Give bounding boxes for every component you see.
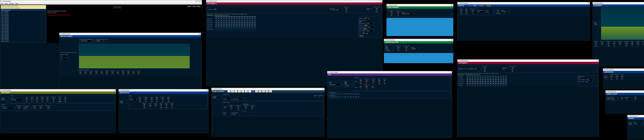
- seq-step[interactable]: -24: [494, 77, 497, 79]
- on-select[interactable]: ON: [60, 58, 68, 60]
- seq-step[interactable]: 24: [479, 75, 481, 77]
- seq-step[interactable]: 24: [502, 75, 504, 77]
- assign-tab[interactable]: 3: [234, 90, 237, 92]
- seq-step[interactable]: 100: [246, 22, 248, 23]
- seq-step[interactable]: 100: [487, 79, 489, 81]
- close-btn[interactable]: ✕: [198, 33, 200, 35]
- dly2lvl-knob[interactable]: [154, 104, 157, 107]
- seq-step[interactable]: 24: [484, 75, 486, 77]
- seq-step[interactable]: -100: [484, 81, 486, 82]
- seq-step[interactable]: 0: [471, 84, 474, 86]
- seq-step[interactable]: -100: [502, 81, 504, 82]
- seq-step[interactable]: 0: [238, 27, 240, 29]
- seq-step[interactable]: [230, 29, 233, 30]
- np-sw[interactable]: ON: [607, 98, 610, 100]
- seq-step[interactable]: 24: [225, 18, 228, 20]
- chain-led[interactable]: [58, 15, 59, 16]
- sp-type-select[interactable]: ORIGINAL: [2, 107, 15, 109]
- seq-step[interactable]: 0: [497, 84, 499, 86]
- seq-step[interactable]: -100: [215, 23, 217, 25]
- seq-step[interactable]: 24: [500, 75, 502, 77]
- eq2-knob[interactable]: [643, 42, 644, 45]
- detect-select[interactable]: NORMAL INPUT: [402, 13, 414, 15]
- seq-step[interactable]: [218, 29, 220, 30]
- inst-type-select[interactable]: DYNAMIC SYNTH: [330, 9, 342, 11]
- phase-select[interactable]: NORMAL: [96, 40, 103, 42]
- signal-chain-btn[interactable]: [55, 10, 56, 12]
- menu-tools[interactable]: Tools: [4, 3, 8, 4]
- elvl-knob[interactable]: [170, 104, 173, 107]
- reverb-toggle[interactable]: ON: [629, 123, 632, 125]
- tree-item[interactable]: U06-3 Init patch: [1, 42, 46, 43]
- seq-step[interactable]: -100: [251, 23, 253, 25]
- close-btn[interactable]: ✕: [451, 39, 453, 41]
- eq2-knob[interactable]: [618, 42, 621, 45]
- delay-type-select[interactable]: DUAL-P: [129, 99, 137, 101]
- seq-step[interactable]: -24: [497, 77, 499, 79]
- seq-step[interactable]: 100: [505, 83, 507, 84]
- seq-step[interactable]: 24: [236, 18, 238, 20]
- sr-mode[interactable]: NORMAL: [386, 49, 393, 51]
- normix-knob[interactable]: [375, 8, 378, 11]
- sr-sw[interactable]: OFF: [386, 47, 388, 49]
- seq-step[interactable]: 100: [502, 83, 504, 84]
- seq-step[interactable]: 100: [236, 25, 238, 27]
- link-select[interactable]: ON: [60, 55, 68, 57]
- seq-step[interactable]: 100: [497, 79, 499, 81]
- v1-voice-knob[interactable]: [359, 80, 362, 83]
- attack-knob[interactable]: [616, 75, 618, 78]
- mainout-titlebar[interactable]: SY-1000FloorBoard ✕: [60, 33, 201, 35]
- seq-step[interactable]: -100: [476, 81, 479, 82]
- seq-step[interactable]: -100: [466, 81, 468, 82]
- seq-step[interactable]: 24: [476, 75, 479, 77]
- seq-step[interactable]: 100: [218, 22, 220, 23]
- hicut-knob[interactable]: [160, 104, 162, 107]
- seq-step[interactable]: 0: [218, 27, 220, 29]
- tree-item[interactable]: U02-1 Init patch: [1, 16, 46, 18]
- eq-knob[interactable]: [90, 72, 92, 75]
- sync-btn[interactable]: SYNC: [364, 25, 368, 26]
- seq-step[interactable]: 24: [220, 18, 222, 20]
- oneshot-btn[interactable]: 1 SHOT: [362, 28, 367, 30]
- seq-step[interactable]: -24: [225, 20, 228, 21]
- send-knob[interactable]: [397, 47, 400, 50]
- i2-tab[interactable]: SEQ 1: [492, 73, 495, 74]
- ns-knob[interactable]: [634, 97, 637, 100]
- seq-step[interactable]: 0: [489, 84, 492, 86]
- seq-step[interactable]: 100: [505, 79, 507, 81]
- seq-step[interactable]: -24: [223, 20, 225, 21]
- seq-step[interactable]: 100: [500, 83, 502, 84]
- rise-knob[interactable]: [244, 106, 247, 109]
- assign-tab[interactable]: 2: [231, 90, 234, 92]
- seq-step[interactable]: 0: [243, 27, 246, 29]
- seq-step[interactable]: 24: [215, 18, 217, 20]
- master-tab[interactable]: String Midi: [485, 5, 492, 6]
- seq-step[interactable]: 24: [243, 18, 246, 20]
- seq-step[interactable]: 100: [469, 79, 471, 81]
- tree-item[interactable]: U05-2 Init patch: [1, 35, 46, 36]
- seq-step[interactable]: -24: [248, 20, 251, 21]
- seq-step[interactable]: -24: [505, 77, 507, 79]
- chain-led[interactable]: [69, 15, 70, 16]
- inst2-normix-knob[interactable]: [511, 67, 514, 70]
- seq-step[interactable]: 100: [254, 22, 256, 23]
- assign-tab[interactable]: 11: [262, 90, 265, 92]
- chain-led[interactable]: [61, 15, 62, 16]
- seq-step[interactable]: 0: [505, 84, 507, 86]
- seq-step[interactable]: -100: [474, 81, 476, 82]
- seq-step[interactable]: [238, 29, 240, 30]
- seq-step[interactable]: 100: [494, 83, 497, 84]
- seq-step[interactable]: -100: [471, 81, 474, 82]
- signal-chain-btn[interactable]: [64, 10, 66, 12]
- tree-item[interactable]: U03-2 Init patch: [1, 24, 46, 25]
- seq-step[interactable]: 100: [474, 79, 476, 81]
- bass-knob[interactable]: [36, 98, 38, 101]
- seq-step[interactable]: 100: [479, 83, 481, 84]
- seq-step[interactable]: 0: [248, 27, 251, 29]
- min-btn[interactable]: —: [196, 1, 197, 2]
- seq-step[interactable]: -100: [230, 23, 233, 25]
- seq-step[interactable]: 24: [230, 18, 233, 20]
- seq-step[interactable]: [233, 29, 235, 30]
- seq-step[interactable]: 24: [482, 75, 484, 77]
- target-dd1[interactable]: B TAP: [223, 98, 231, 100]
